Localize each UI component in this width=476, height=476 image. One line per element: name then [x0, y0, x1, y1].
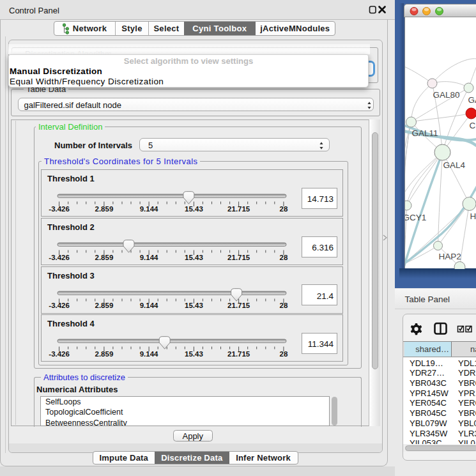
svg-text:C: C [469, 120, 475, 130]
svg-text:GAL4: GAL4 [443, 160, 465, 170]
svg-text:GAL11: GAL11 [411, 128, 438, 137]
svg-text:HAP2: HAP2 [438, 251, 461, 261]
svg-text:GCY1: GCY1 [405, 212, 426, 222]
svg-text:H: H [470, 211, 476, 220]
svg-text:GA: GA [468, 95, 476, 104]
svg-text:GAL80: GAL80 [433, 89, 459, 99]
